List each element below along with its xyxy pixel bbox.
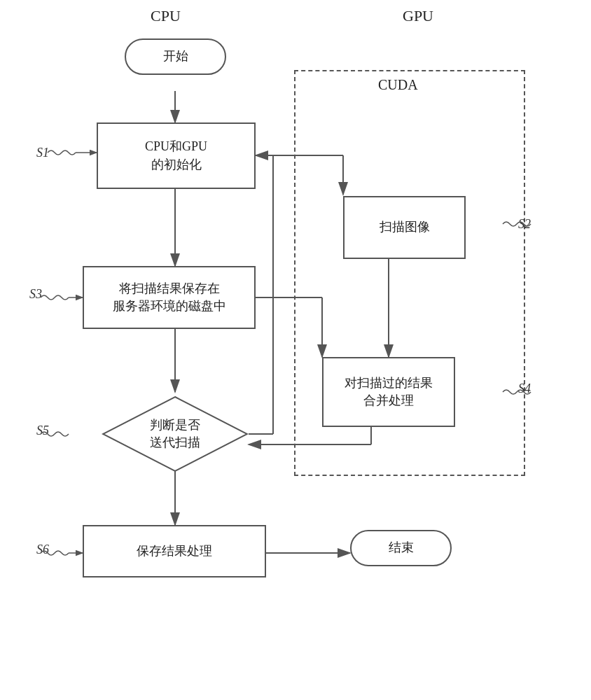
cpu-label: CPU: [151, 7, 181, 25]
s4-box: 对扫描过的结果 合并处理: [322, 357, 455, 427]
s1-box: CPU和GPU 的初始化: [97, 122, 256, 189]
s5-label: S5: [36, 424, 49, 438]
s3-label: S3: [29, 287, 42, 302]
s4-label: S4: [518, 382, 531, 396]
s1-label: S1: [36, 146, 49, 160]
diagram-container: CPU GPU 开始 CPU和GPU 的初始化 CUDA 扫描图像 将扫描结果保…: [0, 0, 591, 700]
s5-diamond-wrapper: 判断是否 送代扫描: [102, 396, 249, 472]
gpu-label: GPU: [403, 7, 433, 25]
start-shape: 开始: [125, 38, 226, 75]
cuda-label: CUDA: [378, 77, 418, 93]
s6-label: S6: [36, 542, 49, 557]
s3-box: 将扫描结果保存在 服务器环境的磁盘中: [83, 266, 256, 329]
s2-box: 扫描图像: [343, 196, 466, 259]
end-shape: 结束: [350, 530, 452, 566]
s6-box: 保存结果处理: [83, 525, 266, 578]
s2-label: S2: [518, 217, 531, 232]
